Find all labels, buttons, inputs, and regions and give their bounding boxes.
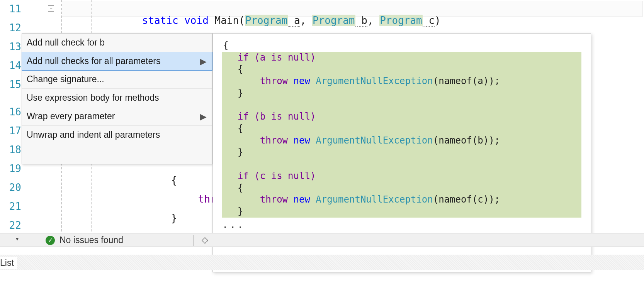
preview-diff-added: }	[222, 206, 581, 218]
quick-action-unwrap-parameters[interactable]: Unwrap and indent all parameters	[22, 126, 212, 144]
line-number: 11	[0, 3, 21, 15]
keyword-static: static	[142, 15, 178, 26]
quick-action-add-null-checks-all[interactable]: Add null checks for all parameters ▶	[22, 52, 212, 71]
param-a: a	[288, 15, 300, 27]
line-number: 12	[0, 22, 21, 34]
code-line-19[interactable]: {	[147, 163, 177, 198]
editor-status-bar: ▾ ✓ No issues found ◇	[0, 233, 644, 247]
line-number: 21	[0, 201, 21, 212]
status-ok-icon: ✓	[46, 236, 55, 245]
preview-code: { if (a is null) { throw new ArgumentNul…	[222, 40, 581, 218]
quick-action-label: Change signature...	[27, 74, 104, 84]
chevron-right-icon: ▶	[200, 111, 207, 122]
keyword-void: void	[184, 15, 209, 26]
chevron-down-icon[interactable]: ▾	[12, 236, 22, 245]
preview-diff-added: if (b is null)	[222, 111, 581, 123]
divider	[193, 235, 194, 246]
cleanup-icon[interactable]: ◇	[202, 235, 208, 245]
preview-diff-added: throw new ArgumentNullException(nameof(c…	[222, 194, 581, 206]
quick-action-label: Wrap every parameter	[27, 111, 115, 121]
preview-diff-added: {	[222, 63, 581, 75]
preview-diff-added: if (a is null)	[222, 52, 581, 64]
line-number: 15	[0, 79, 21, 90]
preview-diff-added: throw new ArgumentNullException(nameof(a…	[222, 75, 581, 87]
code-line-21[interactable]: }	[147, 201, 177, 235]
quick-action-label: Add null checks for all parameters	[27, 56, 160, 66]
preview-diff-added: if (c is null)	[222, 170, 581, 182]
type-program: Program	[312, 15, 355, 26]
preview-diff-added: {	[222, 123, 581, 135]
quick-action-change-signature[interactable]: Change signature...	[22, 70, 212, 89]
line-number: 18	[0, 144, 21, 155]
preview-diff-added: }	[222, 146, 581, 158]
code-line-11[interactable]: static void Main(Program a, Program b, P…	[118, 3, 441, 38]
preview-diff-added: {	[222, 182, 581, 194]
preview-ellipsis: ...	[222, 219, 245, 230]
chevron-right-icon: ▶	[200, 56, 207, 66]
preview-diff-added	[222, 99, 581, 111]
quick-action-expression-body[interactable]: Use expression body for methods	[22, 89, 212, 107]
line-number: 22	[0, 220, 21, 231]
bottom-panel-label: List	[0, 257, 17, 269]
type-program: Program	[379, 15, 423, 26]
line-number-gutter: 11 12 13 14 15 16 17 18 19 20 21 22	[0, 0, 23, 247]
preview-diff-added: throw new ArgumentNullException(nameof(b…	[222, 135, 581, 147]
line-number: 20	[0, 182, 21, 193]
param-b: b	[355, 15, 367, 27]
status-text: No issues found	[59, 235, 123, 245]
identifier-main: Main(	[209, 15, 245, 26]
quick-actions-menu: Add null check for b Add null checks for…	[22, 33, 212, 164]
line-number: 19	[0, 163, 21, 174]
quick-action-label: Add null check for b	[27, 37, 105, 47]
line-number: 16	[0, 106, 21, 118]
bottom-panel[interactable]: List	[0, 255, 644, 270]
preview-line: {	[222, 40, 581, 52]
line-number: 13	[0, 41, 21, 52]
quick-action-label: Unwrap and indent all parameters	[27, 130, 160, 140]
quick-action-label: Use expression body for methods	[27, 93, 159, 103]
quick-action-wrap-parameters[interactable]: Wrap every parameter ▶	[22, 107, 212, 126]
preview-diff-added	[222, 158, 581, 170]
line-number: 14	[0, 60, 21, 71]
param-c: c	[423, 15, 435, 27]
line-number: 17	[0, 125, 21, 137]
fold-toggle-icon[interactable]: −	[48, 5, 54, 12]
type-program: Program	[245, 15, 288, 26]
preview-diff-added: }	[222, 87, 581, 99]
